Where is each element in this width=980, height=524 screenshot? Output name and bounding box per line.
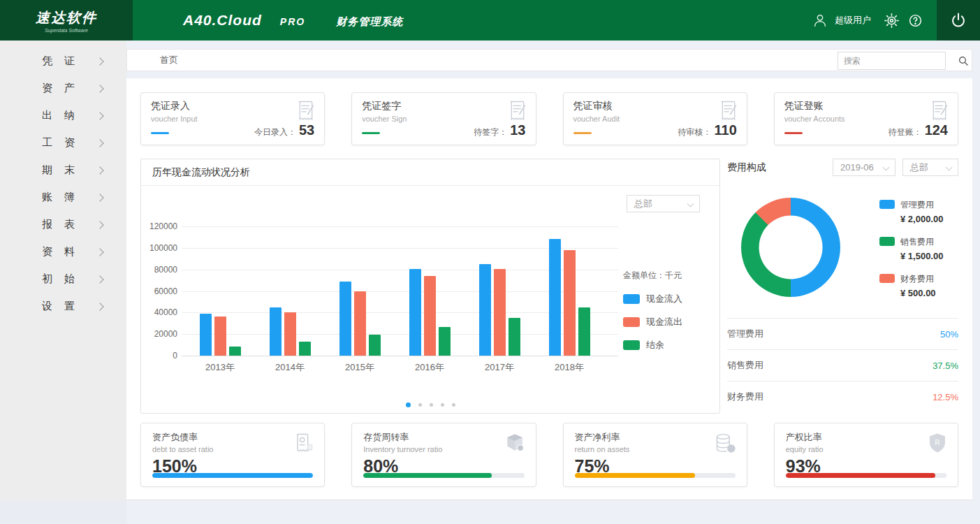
- cube-icon: [504, 432, 526, 457]
- ratio-card-subtitle: equity ratio: [786, 445, 946, 453]
- voucher-audit-icon: [717, 100, 738, 125]
- bar-group-2016年: [395, 226, 465, 356]
- legend-swatch: [623, 317, 640, 327]
- expense-row-label: 销售费用: [727, 359, 763, 372]
- chart-org-dropdown[interactable]: 总部: [627, 195, 700, 212]
- bar-结余: [509, 318, 520, 356]
- expense-row-percent: 50%: [940, 329, 958, 340]
- x-axis-labels: 2013年2014年2015年2016年2017年2018年: [185, 361, 604, 374]
- search-icon[interactable]: [958, 55, 969, 66]
- bar-结余: [299, 342, 311, 356]
- breadcrumb[interactable]: 首页: [160, 54, 178, 66]
- main-panel: 凭证录入 voucher Input 今日录入： 53 凭证签字 voucher…: [126, 78, 972, 500]
- expense-header: 费用构成 2019-06 总部: [727, 159, 958, 176]
- sidebar-item-设置[interactable]: 设 置: [0, 293, 126, 320]
- chevron-right-icon: [96, 139, 103, 147]
- donut-legend-amount: ¥ 1,500.00: [900, 251, 943, 261]
- chevron-right-icon: [96, 166, 103, 174]
- sidebar-item-出纳[interactable]: 出 纳: [0, 102, 126, 129]
- voucher-card-stat-label: 待登账：: [888, 126, 922, 138]
- donut-legend-amount: ¥ 500.00: [900, 288, 936, 298]
- voucher-card[interactable]: 凭证签字 voucher Sign 待签字： 13: [351, 92, 536, 145]
- expense-donut-chart: [741, 198, 840, 297]
- voucher-card-title: 凭证登账: [784, 100, 948, 112]
- donut-legend-amount: ¥ 2,000.00: [900, 214, 943, 224]
- expense-row-财务费用: 财务费用12.5%: [727, 381, 958, 412]
- bar-group-2014年: [255, 226, 325, 356]
- chevron-right-icon: [96, 112, 103, 119]
- ratio-progress-track: [152, 473, 313, 478]
- ratio-card-subtitle: return on assets: [575, 445, 736, 453]
- sidebar: 凭 证 资 产 出 纳 工 资 期 末 账 簿 报 表 资 料 初 始 设 置: [0, 41, 126, 500]
- legend-item-结余[interactable]: 结余: [623, 339, 704, 351]
- sidebar-item-期末[interactable]: 期 末: [0, 157, 126, 184]
- voucher-card-title: 凭证审核: [573, 100, 737, 112]
- sidebar-item-资料[interactable]: 资 料: [0, 238, 126, 265]
- x-axis-label: 2017年: [465, 361, 534, 374]
- legend-item-现金流出[interactable]: 现金流出: [623, 316, 704, 328]
- ratio-card[interactable]: 产权比率 equity ratio 93% R: [774, 423, 958, 487]
- bar-现金流出: [214, 316, 226, 356]
- ratio-progress-track: [575, 473, 736, 478]
- ratio-card[interactable]: 资产净利率 return on assets 75% ¥: [563, 423, 747, 487]
- power-icon[interactable]: [937, 0, 980, 41]
- app-screen: 速达软件 Superdata Software A40.Cloud PRO 财务…: [0, 0, 980, 524]
- username[interactable]: 超级用户: [835, 14, 871, 27]
- legend-swatch: [623, 294, 640, 304]
- voucher-sign-icon: [506, 100, 527, 125]
- x-axis-label: 2015年: [325, 361, 395, 374]
- bar-现金流入: [549, 239, 561, 356]
- carousel-dot-1[interactable]: [406, 402, 411, 407]
- voucher-card[interactable]: 凭证审核 voucher Audit 待审核： 110: [563, 92, 747, 145]
- expense-org-dropdown[interactable]: 总部: [902, 159, 958, 176]
- ratio-card[interactable]: 存货周转率 Inventory turnover ratio 80%: [351, 423, 536, 487]
- carousel-dot-3[interactable]: [430, 403, 433, 407]
- sidebar-item-资产[interactable]: 资 产: [0, 75, 126, 102]
- ratio-card[interactable]: 资产负债率 debt to asset ratio 150%: [140, 423, 325, 487]
- expense-month-dropdown[interactable]: 2019-06: [833, 159, 895, 176]
- y-axis-tick: 100000: [144, 243, 177, 253]
- voucher-card-accent: [573, 132, 592, 134]
- ratio-card-subtitle: debt to asset ratio: [152, 445, 313, 453]
- voucher-card[interactable]: 凭证登账 voucher Accounts 待登账： 124: [774, 92, 958, 145]
- legend-item-现金流入[interactable]: 现金流入: [623, 293, 704, 305]
- sidebar-item-账簿[interactable]: 账 簿: [0, 184, 126, 211]
- donut-legend-swatch: [879, 237, 895, 246]
- sidebar-item-报表[interactable]: 报 表: [0, 211, 126, 238]
- expense-panel: 费用构成 2019-06 总部 管理费用¥ 2,000.00销售费用¥ 1,50…: [727, 159, 958, 414]
- voucher-card[interactable]: 凭证录入 voucher Input 今日录入： 53: [140, 92, 325, 145]
- chevron-right-icon: [96, 275, 103, 283]
- expense-org-value: 总部: [910, 161, 928, 174]
- bar-现金流出: [284, 312, 296, 356]
- bar-结余: [578, 307, 590, 356]
- donut-legend-swatch: [879, 274, 895, 283]
- voucher-card-accent: [151, 132, 169, 134]
- expense-row-label: 财务费用: [727, 391, 763, 403]
- coins-icon: ¥: [713, 432, 737, 457]
- bar-现金流入: [409, 269, 421, 356]
- search-box: [838, 52, 946, 70]
- logo[interactable]: 速达软件 Superdata Software: [0, 0, 133, 41]
- help-icon[interactable]: [903, 0, 927, 41]
- app-header: 速达软件 Superdata Software A40.Cloud PRO 财务…: [0, 0, 980, 41]
- logo-subtitle: Superdata Software: [45, 28, 88, 33]
- header-actions: 超级用户: [808, 0, 980, 41]
- bar-group-2017年: [465, 226, 534, 356]
- voucher-card-stat-value: 124: [925, 122, 948, 138]
- voucher-card-accent: [784, 132, 803, 134]
- bar-现金流入: [339, 282, 351, 356]
- user-icon[interactable]: [808, 0, 832, 41]
- sidebar-item-初始[interactable]: 初 始: [0, 265, 126, 293]
- bar-现金流入: [200, 314, 212, 356]
- gear-icon[interactable]: [879, 0, 903, 41]
- search-input[interactable]: [838, 56, 958, 66]
- carousel-dot-2[interactable]: [418, 403, 422, 407]
- bar-现金流出: [424, 276, 436, 356]
- sidebar-item-工资[interactable]: 工 资: [0, 129, 126, 157]
- carousel-dot-5[interactable]: [452, 403, 455, 407]
- ratio-progress-track: [363, 473, 524, 478]
- sidebar-item-凭证[interactable]: 凭 证: [0, 48, 126, 75]
- voucher-card-stat-value: 13: [510, 122, 525, 138]
- carousel-dot-4[interactable]: [441, 403, 444, 407]
- voucher-card-stat-value: 110: [714, 122, 736, 138]
